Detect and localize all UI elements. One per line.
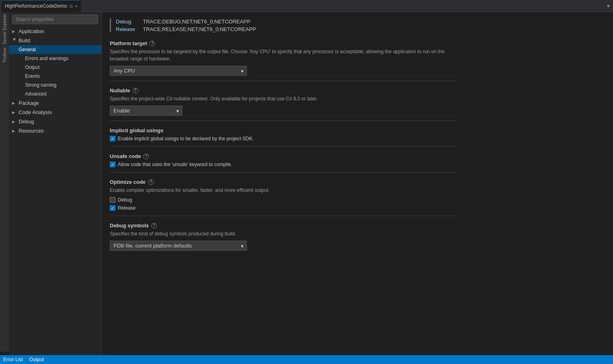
sidebar-item-label: Errors and warnings	[25, 56, 68, 61]
unsafe-code-help-icon[interactable]: ?	[143, 154, 149, 159]
chevron-down-icon: ▶	[13, 38, 17, 43]
debug-symbols-select-wrapper: PDB file, current platform defaults	[110, 241, 247, 251]
sidebar-item-build[interactable]: ▶ Build	[9, 36, 101, 45]
sidebar-item-label: Strong naming	[25, 82, 56, 88]
unsafe-code-label: Unsafe code	[110, 153, 141, 159]
chevron-right-icon: ▶	[12, 120, 17, 124]
release-config-label: Release	[116, 26, 138, 32]
content-area: Debug TRACE;DEBUG;NET;NET6_0;NETCOREAPP …	[102, 12, 613, 355]
tab-label: HighPerformanceCodeDemo	[5, 3, 67, 9]
title-bar: HighPerformanceCodeDemo ⊡ × ▾	[0, 0, 613, 12]
debug-symbols-select[interactable]: PDB file, current platform defaults	[110, 241, 247, 251]
sidebar-item-strong-naming[interactable]: Strong naming	[9, 81, 101, 89]
debug-symbols-heading: Debug symbols ?	[110, 223, 457, 229]
error-list-status[interactable]: Error List	[3, 357, 23, 362]
debug-config-label: Debug	[116, 19, 138, 25]
optimize-debug-checkbox-row: Debug	[110, 197, 457, 203]
sidebar-item-label: Output	[25, 64, 40, 70]
unsafe-code-heading: Unsafe code ?	[110, 153, 457, 159]
sidebar-item-events[interactable]: Events	[9, 72, 101, 81]
divider-4	[110, 172, 457, 173]
unsafe-code-checkbox-label: Allow code that uses the 'unsafe' keywor…	[118, 162, 232, 167]
implicit-usings-checkbox[interactable]	[110, 136, 115, 141]
sidebar-item-label: Advanced	[25, 91, 46, 97]
platform-target-heading: Platform target ?	[110, 40, 457, 46]
debug-symbols-section: Debug symbols ? Specifies the kind of de…	[110, 223, 457, 251]
content-inner: Debug TRACE;DEBUG;NET;NET6_0;NETCOREAPP …	[102, 12, 465, 259]
sidebar-item-errors-warnings[interactable]: Errors and warnings	[9, 54, 101, 63]
platform-target-section: Platform target ? Specifies the processo…	[110, 40, 457, 76]
divider-2	[110, 121, 457, 121]
sidebar-item-label: Resources	[19, 128, 44, 134]
toolbox-label[interactable]: Toolbox	[2, 46, 7, 64]
sidebar-item-code-analysis[interactable]: ▶ Code Analysis	[9, 108, 101, 117]
sidebar-item-label: General	[19, 47, 36, 52]
optimize-debug-checkbox[interactable]	[110, 197, 115, 203]
debug-config-row: Debug TRACE;DEBUG;NET;NET6_0;NETCOREAPP	[116, 19, 457, 25]
optimize-code-label: Optimize code	[110, 179, 146, 185]
platform-target-desc: Specifies the processor to be targeted b…	[110, 48, 457, 62]
release-config-value: TRACE;RELEASE;NET;NET6_0;NETCOREAPP	[143, 26, 256, 32]
chevron-right-icon: ▶	[12, 101, 17, 105]
nullable-select-wrapper: Enable Disable Warnings Annotations	[110, 106, 182, 116]
close-icon[interactable]: ×	[75, 4, 77, 8]
sidebar-item-label: Debug	[19, 119, 34, 125]
debug-symbols-help-icon[interactable]: ?	[151, 223, 157, 229]
sidebar-item-resources[interactable]: ▶ Resources	[9, 126, 101, 135]
conditional-compilation-section: Debug TRACE;DEBUG;NET;NET6_0;NETCOREAPP …	[110, 19, 457, 32]
sidebar-item-label: Package	[19, 100, 39, 106]
platform-target-help-icon[interactable]: ?	[149, 41, 155, 46]
divider-3	[110, 146, 457, 147]
release-config-row: Release TRACE;RELEASE;NET;NET6_0;NETCORE…	[116, 26, 457, 32]
optimize-code-desc: Enable compiler optimizations for smalle…	[110, 187, 457, 194]
debug-config-value: TRACE;DEBUG;NET;NET6_0;NETCOREAPP	[143, 19, 251, 25]
optimize-release-checkbox-row: Release	[110, 205, 457, 211]
sidebar-item-output[interactable]: Output	[9, 63, 101, 72]
optimize-code-section: Optimize code ? Enable compiler optimiza…	[110, 179, 457, 211]
sidebar-item-general[interactable]: General	[9, 45, 101, 54]
sidebar: ▶ Application ▶ Build General Errors and…	[9, 12, 102, 355]
sidebar-item-debug[interactable]: ▶ Debug	[9, 117, 101, 126]
implicit-usings-heading: Implicit global usings	[110, 127, 457, 133]
implicit-usings-checkbox-row: Enable implicit global usings to be decl…	[110, 136, 457, 141]
dropdown-arrow-icon[interactable]: ▾	[607, 3, 613, 9]
sidebar-item-package[interactable]: ▶ Package	[9, 98, 101, 108]
title-tab[interactable]: HighPerformanceCodeDemo ⊡ ×	[2, 0, 81, 12]
implicit-global-usings-section: Implicit global usings Enable implicit g…	[110, 127, 457, 141]
sidebar-item-application[interactable]: ▶ Application	[9, 27, 101, 36]
sidebar-item-label: Code Analysis	[19, 109, 52, 115]
chevron-right-icon: ▶	[12, 129, 17, 133]
platform-target-label: Platform target	[110, 40, 147, 46]
server-explorer-label[interactable]: Server Explorer	[2, 12, 7, 46]
debug-symbols-desc: Specifies the kind of debug symbols prod…	[110, 230, 457, 237]
optimize-release-checkbox[interactable]	[110, 205, 115, 211]
optimize-code-help-icon[interactable]: ?	[148, 179, 154, 185]
chevron-right-icon: ▶	[12, 110, 17, 114]
nullable-section: Nullable ? Specifies the project-wide C#…	[110, 87, 457, 116]
unsafe-code-checkbox[interactable]	[110, 162, 115, 167]
status-bar: Error List Output	[0, 355, 613, 364]
nullable-label: Nullable	[110, 87, 130, 94]
nullable-select[interactable]: Enable Disable Warnings Annotations	[110, 106, 182, 116]
main-layout: ▶ Application ▶ Build General Errors and…	[9, 12, 613, 355]
divider-1	[110, 81, 457, 81]
divider-5	[110, 216, 457, 216]
chevron-right-icon: ▶	[12, 29, 17, 33]
implicit-usings-label: Implicit global usings	[110, 127, 163, 133]
sidebar-item-advanced[interactable]: Advanced	[9, 89, 101, 98]
optimize-release-label: Release	[118, 205, 136, 211]
unsafe-code-section: Unsafe code ? Allow code that uses the '…	[110, 153, 457, 167]
sidebar-item-label: Events	[25, 73, 40, 79]
optimize-debug-label: Debug	[118, 197, 132, 203]
nullable-desc: Specifies the project-wide C# nullable c…	[110, 95, 457, 102]
unsafe-code-checkbox-row: Allow code that uses the 'unsafe' keywor…	[110, 162, 457, 167]
nullable-heading: Nullable ?	[110, 87, 457, 94]
pin-icon[interactable]: ⊡	[69, 4, 73, 8]
side-toolbar: Server Explorer Toolbox	[0, 12, 9, 352]
output-status[interactable]: Output	[29, 357, 44, 362]
nullable-help-icon[interactable]: ?	[133, 88, 138, 94]
platform-target-select[interactable]: Any CPU x86 x64 ARM ARM64	[110, 66, 247, 76]
implicit-usings-checkbox-label: Enable implicit global usings to be decl…	[118, 136, 254, 141]
platform-target-select-wrapper: Any CPU x86 x64 ARM ARM64	[110, 66, 247, 76]
search-input[interactable]	[12, 15, 98, 24]
